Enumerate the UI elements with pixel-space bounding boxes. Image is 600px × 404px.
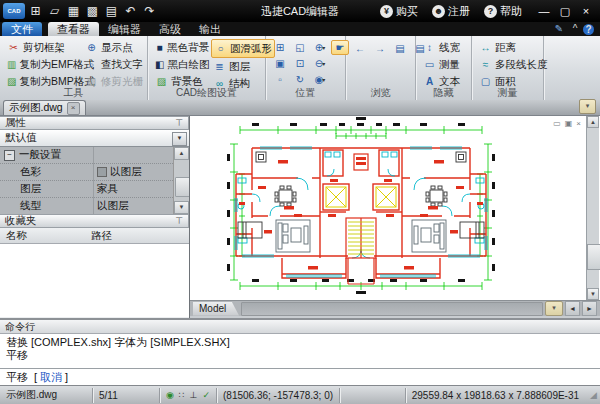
buy-button[interactable]: ¥ 购买	[380, 4, 418, 19]
vertical-scrollbar[interactable]: ▲ ▼	[586, 116, 599, 300]
left-panel: 属性 ⊤ 默认值 ▼ − 一般设置 色彩 以图层 图层 家具 线型 以图层 ▲ …	[0, 116, 190, 318]
mdi-restore-icon[interactable]: ▣	[565, 119, 573, 128]
tab-output[interactable]: 输出	[190, 22, 230, 36]
column-name[interactable]: 名称	[0, 229, 91, 243]
ribbon-group-tools: ✂ 剪切框架 ▥ 复制为EMF格式 ▨ 复制为BMP格式 ⊕ 显示点 ⌕ 查找文…	[0, 36, 148, 100]
property-row-layer[interactable]: 图层 家具	[0, 181, 189, 198]
help-icon: ?	[484, 5, 497, 18]
document-tab-bar: 示例图.dwg × ▾	[0, 100, 600, 116]
collapse-ribbon-icon[interactable]: ^	[567, 22, 583, 36]
minimize-button[interactable]: —	[538, 5, 550, 17]
register-button[interactable]: ☻ 注册	[432, 4, 470, 19]
property-group-row[interactable]: − 一般设置	[0, 147, 189, 164]
pin-icon[interactable]: ⊤	[175, 216, 183, 226]
zoom-selection-button[interactable]: ◉▾	[311, 72, 329, 87]
scroll-down-icon[interactable]: ▼	[174, 201, 189, 214]
mdi-minimize-icon[interactable]: ▭	[553, 119, 561, 128]
bookmark-button[interactable]: ▤	[391, 41, 409, 56]
distance-button[interactable]: ↔ 距离	[477, 39, 550, 56]
print-icon[interactable]: ▤	[103, 4, 120, 18]
favorites-column-headers: 名称 路径	[0, 228, 189, 244]
scroll-up-icon[interactable]: ▲	[587, 116, 599, 128]
zoom-in-button[interactable]: ⊕▾	[311, 40, 329, 55]
collapse-icon[interactable]: −	[4, 150, 15, 161]
line-width-button[interactable]: ↕ 线宽	[421, 39, 462, 56]
color-swatch	[97, 167, 107, 177]
command-line-header[interactable]: 命令行	[0, 320, 600, 334]
save-icon[interactable]: ▦	[65, 4, 82, 18]
command-line-panel: 命令行 替换 [COMPLEX.shx] 字体为 [SIMPLEX.SHX] 平…	[0, 318, 600, 368]
edit-check-icon[interactable]: ✓	[202, 390, 210, 400]
close-button[interactable]: ×	[580, 5, 592, 17]
mdi-close-icon[interactable]: ×	[576, 119, 581, 128]
ortho-icon[interactable]: ⊥	[190, 390, 198, 400]
zoom-out-button[interactable]: ⊖▾	[311, 56, 329, 71]
favorites-list[interactable]	[0, 244, 189, 317]
new-file-icon[interactable]: ⊞	[27, 4, 44, 18]
model-tab-bar: Model ▾ ◄ ►	[190, 300, 600, 316]
property-row-color[interactable]: 色彩 以图层	[0, 164, 189, 181]
cancel-link[interactable]: 取消	[40, 370, 62, 385]
show-points-button[interactable]: ⊕ 显示点	[83, 39, 145, 56]
zoom-sel-dropdown-icon: ▾	[322, 76, 325, 83]
zoom-extent-button[interactable]: ⊡	[291, 56, 309, 71]
group-label-measure: 测量	[472, 86, 543, 100]
new-window-button[interactable]: ⊞	[271, 40, 289, 55]
cascade-windows-button[interactable]: ▣	[271, 56, 289, 71]
scroll-down-icon[interactable]: ▼	[587, 288, 599, 300]
back-button[interactable]: ←	[351, 41, 369, 56]
property-grid-scrollbar[interactable]: ▲ ▼	[173, 147, 189, 214]
bw-drawing-icon: ◧	[155, 59, 164, 71]
tab-list-dropdown-button[interactable]: ▾	[579, 99, 596, 114]
command-prompt[interactable]: 平移 [ 取消 ]	[0, 368, 600, 385]
find-text-button[interactable]: ⌕ 查找文字	[83, 56, 145, 73]
group-label-hide: 隐藏	[416, 86, 471, 100]
refresh-view-button[interactable]: ↻	[291, 72, 309, 87]
tab-editor[interactable]: 编辑器	[99, 22, 150, 36]
property-row-linetype[interactable]: 线型 以图层	[0, 198, 189, 214]
maximize-button[interactable]: ▢	[559, 5, 571, 18]
undo-icon[interactable]: ↶	[122, 4, 139, 18]
snap-grid-icon[interactable]: ∷	[179, 390, 185, 400]
register-icon: ☻	[432, 5, 445, 18]
tab-file[interactable]: 文件	[2, 22, 42, 36]
layout-dropdown-button[interactable]: ▾	[545, 301, 563, 316]
model-tab[interactable]: Model	[193, 302, 239, 316]
properties-header: 属性 ⊤	[0, 116, 189, 130]
black-bg-button[interactable]: ■ 黑色背景	[153, 39, 211, 56]
tab-viewer[interactable]: 查看器	[48, 22, 99, 36]
scrollbar-thumb[interactable]	[175, 177, 189, 197]
horizontal-scrollbar[interactable]	[241, 302, 543, 316]
zoom-out-dropdown-icon: ▾	[322, 60, 325, 67]
redo-icon[interactable]: ↷	[141, 4, 158, 18]
column-path[interactable]: 路径	[91, 229, 112, 243]
document-tab-close-icon[interactable]: ×	[67, 102, 80, 115]
document-tab[interactable]: 示例图.dwg ×	[3, 100, 86, 115]
drawing-viewport[interactable]: ▭ ▣ ×	[190, 116, 586, 300]
save-as-icon[interactable]: ▩	[84, 4, 101, 18]
pencil-icon[interactable]: ✎	[551, 22, 567, 36]
favorites-header: 收藏夹 ⊤	[0, 214, 189, 228]
bw-drawing-button[interactable]: ◧ 黑白绘图	[153, 56, 211, 73]
preset-combobox[interactable]: 默认值 ▼	[0, 130, 189, 147]
open-file-icon[interactable]: ▱	[46, 4, 63, 18]
polyline-length-button[interactable]: ≈ 多段线长度	[477, 56, 550, 73]
forward-button[interactable]: →	[371, 41, 389, 56]
quick-help-icon[interactable]: ?	[583, 24, 594, 35]
copy-emf-button[interactable]: ▥ 复制为EMF格式	[5, 56, 83, 73]
app-logo[interactable]: CAD	[3, 3, 25, 19]
scroll-left-icon[interactable]: ◄	[565, 301, 580, 316]
zoom-window-button[interactable]: ◱	[291, 40, 309, 55]
help-button[interactable]: ? 帮助	[484, 4, 522, 19]
scroll-up-icon[interactable]: ▲	[174, 147, 189, 160]
resize-grip[interactable]: ◢	[585, 390, 600, 400]
small-window-button[interactable]: ▫	[271, 72, 289, 87]
show-points-icon: ⊕	[85, 42, 98, 54]
pin-icon[interactable]: ⊤	[175, 118, 183, 128]
scrollbar-thumb[interactable]	[587, 244, 600, 270]
tab-advanced[interactable]: 高级	[150, 22, 190, 36]
scroll-right-icon[interactable]: ►	[582, 301, 597, 316]
cut-frame-button[interactable]: ✂ 剪切框架	[5, 39, 83, 56]
measure-toggle-button[interactable]: ▭ 测量	[421, 56, 462, 73]
marker-icon[interactable]: ◉	[166, 390, 174, 400]
